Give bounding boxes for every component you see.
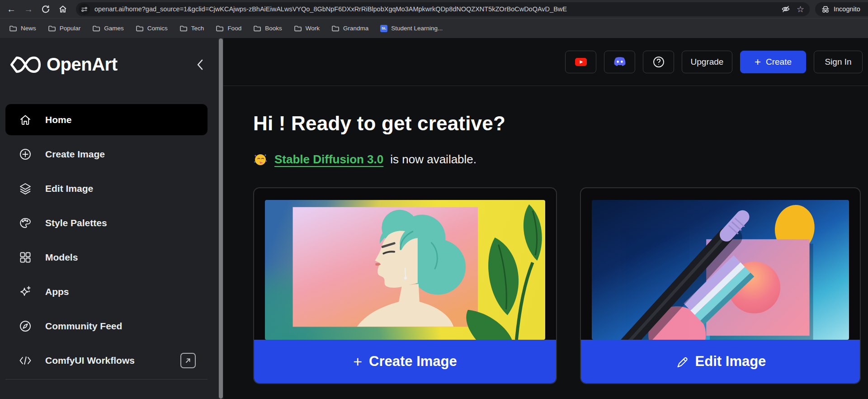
sidebar-item-comfyui-workflows[interactable]: ComfyUI Workflows	[5, 345, 208, 376]
sidebar-divider	[5, 379, 208, 380]
bookmark-folder-work[interactable]: Work	[289, 23, 324, 34]
edit-image-card[interactable]: Edit Image	[580, 187, 861, 384]
plus-icon: +	[755, 57, 761, 67]
forward-button[interactable]: →	[21, 2, 36, 16]
home-button[interactable]	[55, 2, 71, 16]
sidebar-nav: Home Create Image Edit Image	[0, 104, 218, 380]
back-button[interactable]: ←	[4, 2, 19, 16]
edit-image-button[interactable]: Edit Image	[581, 340, 860, 383]
help-icon	[652, 56, 665, 68]
bookmark-folder-popular[interactable]: Popular	[43, 23, 85, 34]
sidebar-item-label: Create Image	[45, 149, 105, 160]
external-link-icon[interactable]	[180, 353, 196, 368]
url-bar[interactable]: openart.ai/home?gad_source=1&gclid=CjwKC…	[76, 2, 810, 16]
folder-icon	[216, 25, 224, 32]
plus-circle-icon	[19, 148, 32, 161]
bookmark-folder-comics[interactable]: Comics	[131, 23, 172, 34]
folder-icon	[294, 25, 302, 32]
bookmark-folder-games[interactable]: Games	[88, 23, 128, 34]
sidebar-item-apps[interactable]: Apps	[5, 276, 208, 307]
browser-toolbar: ← → openart.ai/home?gad_source=1&gclid=C…	[0, 0, 868, 18]
signin-button[interactable]: Sign In	[814, 51, 863, 73]
help-button[interactable]	[643, 51, 674, 73]
reload-icon	[41, 5, 50, 14]
plus-icon: +	[353, 354, 362, 369]
sidebar-collapse-button[interactable]	[193, 58, 207, 71]
folder-icon	[48, 25, 56, 32]
incognito-icon	[821, 5, 830, 13]
scrollbar-track	[218, 38, 223, 399]
folder-icon	[92, 25, 100, 32]
code-icon	[19, 354, 32, 367]
main-area: Upgrade + Create Sign In Hi ! Ready to g…	[223, 38, 868, 399]
site-favicon: SL	[380, 25, 387, 32]
url-text: openart.ai/home?gad_source=1&gclid=CjwKC…	[94, 5, 775, 13]
bookmark-folder-tech[interactable]: Tech	[175, 23, 209, 34]
folder-icon	[9, 25, 17, 32]
compass-icon	[19, 320, 32, 332]
sidebar: OpenArt Home	[0, 38, 218, 399]
bookmarks-bar: News Popular Games Comics Tech Food Book…	[0, 18, 868, 38]
chevron-left-icon	[196, 59, 203, 71]
reading-mode-hidden-icon[interactable]	[781, 5, 790, 14]
incognito-label: Incognito	[834, 5, 860, 13]
openart-page: OpenArt Home	[0, 38, 868, 399]
discord-button[interactable]	[604, 51, 635, 73]
pencil-icon	[675, 355, 689, 368]
palette-icon	[19, 217, 32, 229]
incognito-badge: Incognito	[815, 2, 868, 16]
site-info-icon[interactable]	[79, 4, 90, 15]
sidebar-item-label: Apps	[45, 286, 69, 297]
upgrade-button[interactable]: Upgrade	[682, 51, 732, 73]
party-emoji	[253, 152, 268, 166]
bookmark-student-learning[interactable]: SL Student Learning...	[376, 23, 447, 34]
browser-home-icon	[58, 5, 67, 14]
bookmark-folder-books[interactable]: Books	[249, 23, 287, 34]
sidebar-item-label: ComfyUI Workflows	[45, 355, 135, 366]
action-cards: + Create Image	[253, 187, 868, 384]
folder-icon	[253, 25, 261, 32]
bookmark-folder-news[interactable]: News	[5, 23, 41, 34]
folder-icon	[179, 25, 188, 32]
header-create-button[interactable]: + Create	[740, 51, 806, 73]
sidebar-item-community-feed[interactable]: Community Feed	[5, 310, 208, 342]
sidebar-item-label: Models	[45, 252, 78, 263]
folder-icon	[331, 25, 340, 32]
sidebar-item-create-image[interactable]: Create Image	[5, 138, 208, 170]
create-image-art	[265, 200, 545, 340]
sidebar-item-label: Community Feed	[45, 321, 122, 332]
page-title: Hi ! Ready to get creative?	[253, 112, 868, 135]
logo-row: OpenArt	[0, 38, 218, 78]
folder-icon	[136, 25, 144, 32]
create-image-button[interactable]: + Create Image	[254, 340, 556, 383]
main-content: Hi ! Ready to get creative? Stable Diffu…	[223, 86, 868, 384]
youtube-button[interactable]	[565, 51, 596, 73]
discord-icon	[613, 57, 627, 67]
stable-diffusion-link[interactable]: Stable Diffusion 3.0	[274, 152, 383, 166]
announcement-text: is now available.	[390, 152, 476, 166]
sidebar-item-label: Style Palettes	[45, 218, 107, 228]
sidebar-item-home[interactable]: Home	[5, 104, 208, 135]
youtube-icon	[574, 56, 588, 68]
bookmark-folder-food[interactable]: Food	[211, 23, 246, 34]
layers-icon	[19, 182, 32, 195]
sidebar-item-label: Home	[45, 114, 71, 125]
bookmark-folder-grandma[interactable]: Grandma	[327, 23, 373, 34]
openart-logo-icon	[10, 56, 41, 74]
main-header: Upgrade + Create Sign In	[223, 38, 868, 86]
bookmark-star-icon[interactable]: ☆	[797, 5, 804, 14]
reload-button[interactable]	[38, 2, 53, 16]
create-image-card[interactable]: + Create Image	[253, 187, 557, 384]
announcement: Stable Diffusion 3.0 is now available.	[253, 152, 868, 166]
sparkle-icon	[19, 285, 32, 298]
scrollbar-thumb[interactable]	[219, 38, 223, 399]
brand-name: OpenArt	[47, 54, 193, 75]
grid-icon	[19, 251, 32, 264]
sidebar-item-edit-image[interactable]: Edit Image	[5, 173, 208, 204]
sidebar-item-style-palettes[interactable]: Style Palettes	[5, 207, 208, 238]
sidebar-item-models[interactable]: Models	[5, 242, 208, 273]
home-icon	[19, 114, 32, 126]
sidebar-item-label: Edit Image	[45, 183, 93, 194]
edit-image-art	[592, 200, 849, 340]
